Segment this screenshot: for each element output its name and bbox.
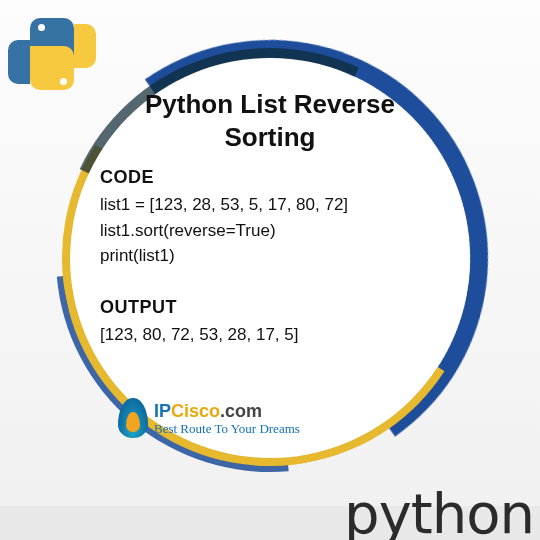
output-line-1: [123, 80, 72, 53, 28, 17, 5] — [100, 322, 440, 348]
brand-cisco: Cisco — [171, 401, 220, 421]
ipcisco-logo: IPCisco.com Best Route To Your Dreams — [118, 398, 300, 438]
output-label: OUTPUT — [100, 297, 440, 318]
content-block: Python List Reverse Sorting CODE list1 =… — [100, 88, 440, 347]
brand-com: .com — [220, 401, 262, 421]
python-wordmark: python — [344, 481, 534, 540]
code-line-2: list1.sort(reverse=True) — [100, 218, 440, 244]
title-text: Python List Reverse Sorting — [100, 88, 440, 153]
python-logo-icon — [8, 10, 98, 100]
code-line-1: list1 = [123, 28, 53, 5, 17, 80, 72] — [100, 192, 440, 218]
brand-name: IPCisco.com — [154, 402, 300, 420]
graphic-canvas: Python List Reverse Sorting CODE list1 =… — [0, 0, 540, 540]
code-label: CODE — [100, 167, 440, 188]
code-line-3: print(list1) — [100, 243, 440, 269]
brand-ip: IP — [154, 401, 171, 421]
brand-tagline: Best Route To Your Dreams — [154, 422, 300, 435]
flame-icon — [118, 398, 148, 438]
